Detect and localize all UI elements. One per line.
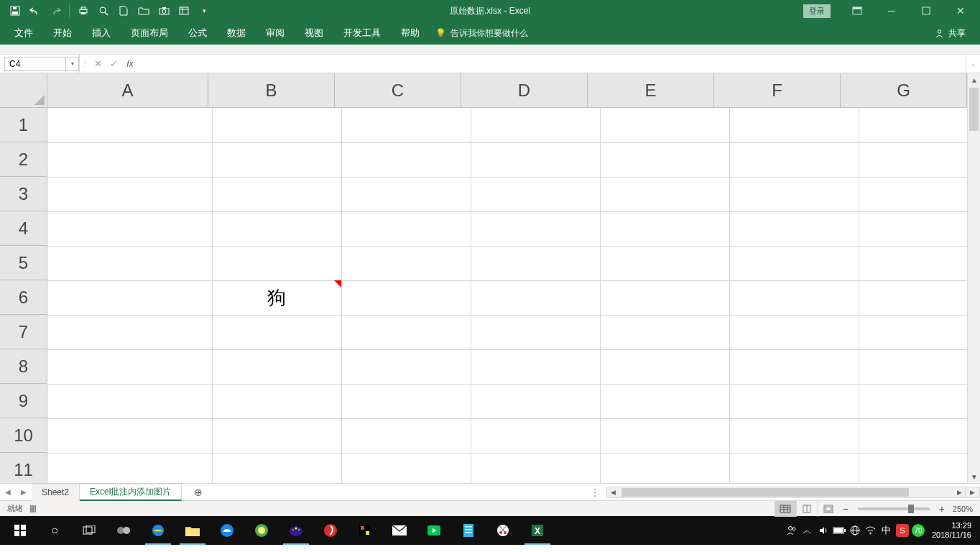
sheet-nav-next-icon[interactable]: ▶	[16, 484, 32, 500]
horizontal-scrollbar[interactable]: ◀ ▶	[606, 487, 966, 498]
page-layout-view-icon[interactable]	[796, 501, 818, 517]
print-preview-icon[interactable]	[94, 1, 113, 20]
network-icon[interactable]	[847, 516, 863, 545]
select-all-corner[interactable]	[0, 73, 47, 108]
quick-print-icon[interactable]	[74, 1, 93, 20]
taskbar-app-explorer[interactable]	[175, 516, 210, 545]
tab-developer[interactable]: 开发工具	[333, 22, 391, 45]
row-header[interactable]: 9	[0, 384, 47, 418]
tray-expand-icon[interactable]: ︿	[800, 516, 815, 545]
comment-indicator-icon[interactable]	[334, 280, 341, 288]
ime-indicator[interactable]: 中	[879, 516, 895, 545]
sheet-nav-prev-icon[interactable]: ◀	[0, 484, 16, 500]
task-view-icon[interactable]	[72, 516, 106, 545]
column-header[interactable]: B	[208, 73, 335, 107]
row-header[interactable]: 7	[0, 315, 47, 349]
row-headers[interactable]: 1234567891011	[0, 108, 47, 483]
taskbar-app-excel[interactable]: X	[520, 516, 555, 545]
taskbar-app-360[interactable]	[244, 516, 279, 545]
normal-view-icon[interactable]	[775, 501, 796, 517]
tab-help[interactable]: 帮助	[391, 22, 430, 45]
row-header[interactable]: 10	[0, 418, 47, 453]
column-header[interactable]: F	[714, 73, 841, 107]
tab-data[interactable]: 数据	[217, 22, 256, 45]
scroll-left-icon[interactable]: ◀	[607, 487, 619, 497]
taskbar-app-cloud[interactable]	[210, 516, 244, 545]
save-icon[interactable]	[6, 1, 24, 20]
horizontal-scroll-thumb[interactable]	[621, 488, 909, 497]
volume-icon[interactable]	[815, 516, 831, 545]
redo-icon[interactable]	[46, 1, 65, 20]
zoom-slider-knob[interactable]	[908, 505, 914, 513]
taskbar-app-snip[interactable]	[486, 516, 520, 545]
tab-formulas[interactable]: 公式	[178, 22, 217, 45]
zoom-in-icon[interactable]: +	[935, 503, 948, 515]
ribbon-display-options-icon[interactable]	[841, 0, 874, 22]
confirm-formula-icon[interactable]: ✓	[106, 55, 121, 73]
taskbar-app-paint[interactable]	[279, 516, 313, 545]
people-icon[interactable]	[784, 516, 800, 545]
undo-icon[interactable]	[26, 1, 45, 20]
wifi-icon[interactable]	[863, 516, 879, 545]
row-header[interactable]: 4	[0, 211, 47, 246]
zoom-slider[interactable]	[858, 507, 930, 510]
tab-view[interactable]: 视图	[295, 22, 333, 45]
open-file-icon[interactable]	[134, 1, 153, 20]
battery-icon[interactable]	[831, 516, 847, 545]
scroll-up-icon[interactable]: ▲	[968, 73, 980, 86]
scroll-end-icon[interactable]: ▶	[966, 487, 980, 498]
taskbar-app-mail[interactable]	[382, 516, 417, 545]
vertical-scroll-thumb[interactable]	[969, 88, 979, 131]
row-header[interactable]: 8	[0, 349, 47, 384]
taskbar-app-iqiyi[interactable]	[417, 516, 451, 545]
taskbar-app-video[interactable]	[348, 516, 382, 545]
tab-file[interactable]: 文件	[4, 22, 43, 45]
close-icon[interactable]: ✕	[944, 0, 977, 22]
tab-insert[interactable]: 插入	[82, 22, 121, 45]
expand-formula-bar-icon[interactable]: ⌄	[966, 55, 980, 73]
form-icon[interactable]	[175, 1, 193, 20]
tell-me-search[interactable]: 💡 告诉我你想要做什么	[435, 27, 528, 40]
new-file-icon[interactable]	[114, 1, 133, 20]
column-header[interactable]: A	[47, 73, 208, 107]
sheet-tab-sheet2[interactable]: Sheet2	[32, 484, 80, 501]
sogou-ime-icon[interactable]: S	[895, 516, 910, 545]
minimize-icon[interactable]: ─	[875, 0, 908, 22]
scroll-down-icon[interactable]: ▼	[968, 470, 980, 483]
macro-record-icon[interactable]	[30, 505, 36, 512]
taskbar-app-netease[interactable]	[313, 516, 348, 545]
row-header[interactable]: 5	[0, 246, 47, 280]
cell-b6[interactable]: 狗	[212, 280, 341, 315]
taskbar-app-ie[interactable]	[141, 516, 175, 545]
name-box[interactable]	[4, 57, 66, 71]
scroll-right-icon[interactable]: ▶	[953, 487, 965, 497]
clock[interactable]: 13:29 2018/11/16	[926, 521, 977, 540]
tab-home[interactable]: 开始	[43, 22, 82, 45]
column-header[interactable]: E	[588, 73, 714, 107]
row-header[interactable]: 3	[0, 177, 47, 211]
page-break-view-icon[interactable]	[818, 501, 839, 517]
column-header[interactable]: G	[841, 73, 967, 107]
row-header[interactable]: 11	[0, 453, 47, 483]
row-header[interactable]: 6	[0, 280, 47, 315]
column-header[interactable]: C	[335, 73, 461, 107]
login-button[interactable]: 登录	[803, 4, 831, 18]
start-button[interactable]	[3, 516, 37, 545]
row-header[interactable]: 1	[0, 108, 47, 142]
screenshot-icon[interactable]	[154, 1, 173, 20]
tab-review[interactable]: 审阅	[256, 22, 295, 45]
cancel-formula-icon[interactable]: ✕	[90, 55, 106, 73]
column-headers[interactable]: ABCDEFG	[47, 73, 967, 108]
taskbar-app-notes[interactable]	[451, 516, 486, 545]
tab-page-layout[interactable]: 页面布局	[121, 22, 178, 45]
formula-input[interactable]	[139, 57, 966, 71]
row-header[interactable]: 2	[0, 142, 47, 177]
cells-region[interactable]: 狗	[47, 108, 967, 483]
qat-customize-icon[interactable]: ▾	[195, 1, 213, 20]
share-button[interactable]: 共享	[935, 27, 976, 40]
grid[interactable]: ABCDEFG 1234567891011 狗 ↖	[0, 73, 967, 483]
maximize-icon[interactable]	[910, 0, 943, 22]
zoom-percentage[interactable]: 250%	[948, 505, 973, 513]
cortana-icon[interactable]: ○	[37, 516, 72, 545]
zoom-out-icon[interactable]: −	[839, 503, 852, 515]
